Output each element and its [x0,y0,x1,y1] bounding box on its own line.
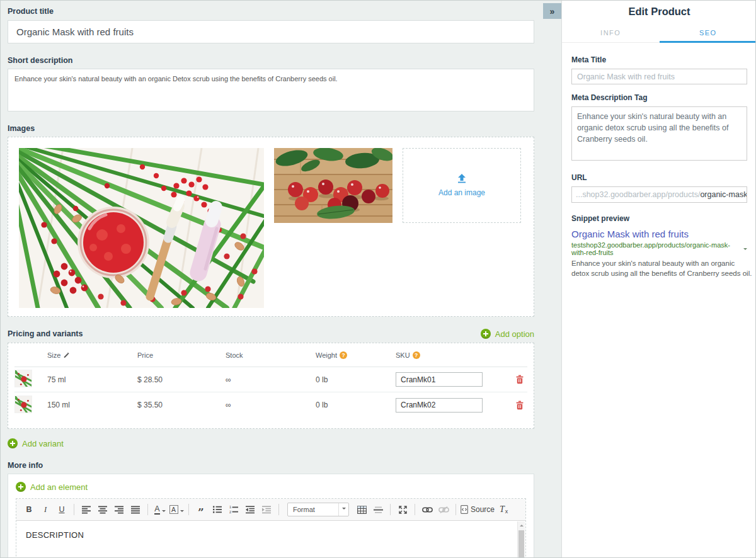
add-image-button[interactable]: Add an image [403,148,521,223]
background-color-button[interactable]: A [169,503,184,516]
bold-button[interactable]: B [21,503,37,516]
remove-format-x: x [505,508,508,515]
variant-row: 150 ml $ 35.50 ∞ 0 lb [14,392,527,418]
blockquote-button[interactable]: ” [193,503,209,516]
remove-format-t: T [500,504,505,515]
result-options-arrow-icon[interactable] [743,248,747,252]
italic-button[interactable]: I [38,503,53,516]
delete-variant-icon[interactable] [516,375,524,384]
variant-stock: ∞ [226,401,316,409]
variant-size: 75 ml [47,375,137,384]
add-element-button[interactable]: Add an element [16,482,526,492]
col-stock-label: Stock [226,351,243,359]
maximize-button[interactable] [395,503,410,516]
remove-format-button[interactable]: T x [496,503,511,516]
more-info-label: More info [8,461,554,470]
variants-table: Size Price Stock Weight ? SKU ? [8,343,534,429]
tab-info[interactable]: INFO [562,23,660,43]
col-size-label: Size [47,351,60,359]
add-variant-label: Add variant [22,439,64,448]
editor-scrollbar[interactable] [517,521,525,558]
indent-button[interactable] [259,503,274,516]
add-option-label: Add option [495,329,534,339]
sku-input[interactable] [396,372,483,387]
add-element-label: Add an element [30,482,88,492]
meta-description-input[interactable]: Enhance your skin's natural beauty with … [571,106,747,161]
more-info-container: Add an element B I U [8,474,534,558]
tab-seo[interactable]: SEO [660,23,756,43]
variant-size: 150 ml [47,401,137,409]
add-option-button[interactable]: Add option [481,329,534,339]
variant-thumbnail[interactable] [14,396,32,413]
delete-variant-icon[interactable] [516,401,524,410]
chevron-right-double-icon: » [550,6,555,16]
horizontal-rule-button[interactable] [370,503,386,516]
short-description-input[interactable]: Enhance your skin's natural beauty with … [8,69,534,111]
plus-icon [8,438,18,448]
align-center-button[interactable] [95,503,110,516]
numbered-list-button[interactable]: 12 [226,503,241,516]
images-container: Add an image [8,137,534,317]
svg-text:1: 1 [229,506,231,509]
toolbar-separator [390,504,391,515]
sku-input[interactable] [396,398,483,413]
justify-button[interactable] [128,503,143,516]
align-right-button[interactable] [112,503,127,516]
format-dropdown[interactable]: Format [287,503,349,516]
meta-title-label: Meta Title [571,55,747,64]
col-weight-label: Weight [316,351,337,359]
collapse-panel-button[interactable]: » [543,3,561,19]
product-title-input[interactable] [8,20,534,43]
unlink-button[interactable] [436,503,451,516]
toolbar-separator [455,504,456,515]
link-button[interactable] [420,503,435,516]
upload-icon [457,174,467,183]
variant-price: $ 28.50 [137,375,226,384]
variant-price: $ 35.50 [137,401,226,409]
outdent-button[interactable] [243,503,258,516]
scrollbar-thumb[interactable] [518,530,524,558]
toolbar-separator [188,504,189,515]
editor-content-area[interactable]: DESCRIPTION [16,521,525,558]
toolbar-separator [415,504,415,515]
images-label: Images [8,124,554,133]
add-image-label: Add an image [438,188,485,197]
align-left-button[interactable] [79,503,94,516]
variant-weight: 0 lb [316,401,396,409]
pricing-variants-label: Pricing and variants [8,329,83,338]
snippet-preview-label: Snippet preview [571,214,747,223]
url-slug: organic-mask-with-red [700,190,747,199]
product-photo-cranberries[interactable] [274,148,392,223]
format-dropdown-caret [338,503,348,516]
plus-icon [16,482,26,492]
source-button[interactable]: Source [461,503,495,516]
insert-table-button[interactable] [354,503,369,516]
edit-pencil-icon[interactable] [63,352,69,358]
text-color-button[interactable]: A [152,503,168,516]
snippet-url: testshop32.goodbarber.app/products/organ… [571,241,747,256]
bullet-list-button[interactable] [210,503,225,516]
rich-text-editor: B I U A [16,498,526,558]
variant-thumbnail[interactable] [14,370,32,387]
snippet-title-link[interactable]: Organic Mask with red fruits [571,229,747,239]
toolbar-separator [74,504,74,515]
add-variant-button[interactable]: Add variant [8,438,554,448]
product-photo-main[interactable] [19,148,264,308]
url-input[interactable]: ...shop32.goodbarber.app/products/organi… [571,186,747,203]
meta-title-input[interactable] [571,69,747,84]
url-prefix: ...shop32.goodbarber.app/products/ [576,190,700,199]
underline-button[interactable]: U [54,503,69,516]
variant-row: 75 ml $ 28.50 ∞ 0 lb [14,367,527,392]
caret-down-icon [180,510,184,514]
variant-stock: ∞ [226,375,316,384]
weight-help-icon[interactable]: ? [340,351,347,359]
format-dropdown-value: Format [293,506,315,513]
sku-help-icon[interactable]: ? [413,351,420,359]
scroll-up-arrow-icon[interactable] [518,521,525,529]
editor-text: DESCRIPTION [26,530,84,540]
toolbar-separator [147,504,148,515]
panel-title: Edit Product [562,6,756,18]
plus-icon [481,329,491,339]
svg-text:2: 2 [229,510,231,513]
panel-body: Meta Title Meta Description Tag Enhance … [562,55,756,278]
